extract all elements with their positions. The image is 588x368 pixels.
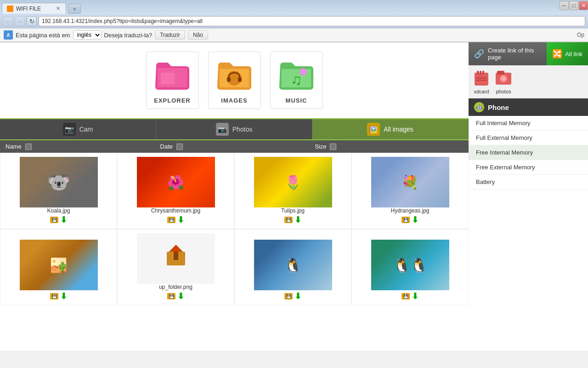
image-item-up-folder[interactable]: up_folder.png 💾 ⬇	[117, 229, 234, 305]
translate-button[interactable]: Traduzir	[155, 30, 185, 40]
page-content: EXPLORER IMAGES	[0, 42, 588, 351]
window-close-button[interactable]: ✕	[579, 1, 588, 10]
image-item-chrysanthemum[interactable]: 🌺 Chrysanthemum.jpg 💾 ⬇	[117, 153, 234, 229]
image-item-penguins2[interactable]: 🐧🐧 💾 ⬇	[351, 229, 469, 305]
tab-title: WIFI FILE	[16, 6, 41, 12]
all-links-icon: 🔀	[552, 49, 562, 59]
save-icon-up-folder[interactable]: 💾	[167, 293, 175, 299]
tab-bar: WIFI FILE ✕ + ─ □ ✕	[0, 0, 588, 14]
sidebar-top-buttons: 🔗 Create link of this page 🔀 All link	[469, 42, 588, 65]
language-select[interactable]: inglês	[73, 30, 102, 40]
download-penguins1[interactable]: ⬇	[294, 291, 301, 301]
translate-language-text: Esta página está em	[16, 32, 70, 39]
svg-rect-9	[477, 71, 479, 75]
phone-info-free-internal[interactable]: Free Internal Memory	[469, 145, 588, 160]
download-up-folder[interactable]: ⬇	[177, 291, 184, 301]
save-icon-chrysanthemum[interactable]: 💾	[167, 217, 175, 223]
create-link-label: Create link of this page	[488, 47, 541, 61]
maximize-button[interactable]: □	[569, 1, 578, 10]
folder-item-music[interactable]: ♫ MUSIC	[270, 52, 323, 109]
filename-up-folder: up_folder.png	[159, 284, 192, 290]
download-desert[interactable]: ⬇	[60, 291, 67, 301]
filename-hydrangeas: Hydrangeas.jpg	[390, 207, 429, 214]
translate-bar: A Esta página está em inglês Deseja trad…	[0, 29, 588, 42]
cam-icon: 📷	[63, 123, 76, 136]
folder-item-images[interactable]: IMAGES	[208, 52, 261, 109]
download-koala[interactable]: ⬇	[60, 215, 67, 225]
back-button[interactable]: ←	[3, 16, 13, 26]
image-item-penguins1[interactable]: 🐧 💾 ⬇	[234, 229, 351, 305]
image-thumb-penguins2: 🐧🐧	[371, 240, 449, 290]
image-item-koala[interactable]: 🐨 Koala.jpg 💾 ⬇	[0, 153, 117, 229]
svg-point-17	[501, 76, 506, 81]
image-actions-desert: 💾 ⬇	[50, 291, 67, 301]
create-link-icon: 🔗	[474, 49, 484, 59]
phone-info-battery[interactable]: Battery	[469, 175, 588, 190]
new-tab-button[interactable]: +	[68, 4, 81, 14]
date-col-label: Date	[160, 143, 173, 150]
phone-info-list: Full Internal Memory Full External Memor…	[469, 116, 588, 190]
minimize-button[interactable]: ─	[560, 1, 569, 10]
main-area: EXPLORER IMAGES	[0, 42, 469, 351]
phone-panel: 🤖 Phone Full Internal Memory Full Extern…	[469, 98, 588, 190]
top-folders: EXPLORER IMAGES	[0, 42, 469, 118]
filename-tulips: Tulips.jpg	[281, 207, 305, 214]
save-icon-penguins2[interactable]: 💾	[401, 293, 410, 299]
create-link-button[interactable]: 🔗 Create link of this page	[469, 42, 547, 65]
all-images-icon: 🖼️	[367, 123, 380, 136]
refresh-button[interactable]: ↻	[27, 16, 37, 26]
filename-koala: Koala.jpg	[47, 207, 70, 214]
image-thumb-desert: 🏜️	[20, 240, 98, 290]
download-hydrangeas[interactable]: ⬇	[412, 215, 418, 225]
phone-header: 🤖 Phone	[469, 98, 588, 116]
image-thumb-chrysanthemum: 🌺	[137, 157, 215, 207]
svg-rect-10	[480, 71, 481, 75]
folder-label-images: IMAGES	[221, 97, 247, 104]
download-chrysanthemum[interactable]: ⬇	[177, 215, 184, 225]
shortcut-photos[interactable]: photos	[494, 69, 513, 94]
save-icon-desert[interactable]: 💾	[50, 293, 58, 299]
image-item-tulips[interactable]: 🌷 Tulips.jpg 💾 ⬇	[234, 153, 351, 229]
download-penguins2[interactable]: ⬇	[412, 291, 418, 301]
image-item-hydrangeas[interactable]: 💐 Hydrangeas.jpg 💾 ⬇	[351, 153, 469, 229]
name-column-header: Name	[0, 140, 155, 153]
forward-button[interactable]: →	[15, 16, 25, 26]
all-links-button[interactable]: 🔀 All link	[547, 42, 588, 65]
tab-favicon	[7, 6, 13, 12]
photos-icon: 📷	[216, 123, 229, 136]
sidebar-shortcuts: sdcard photos	[469, 65, 588, 98]
browser-tab[interactable]: WIFI FILE ✕	[2, 3, 66, 14]
phone-info-free-external[interactable]: Free External Memory	[469, 160, 588, 175]
image-actions-chrysanthemum: 💾 ⬇	[167, 215, 184, 225]
tab-all-images[interactable]: 🖼️ All images	[312, 119, 469, 139]
svg-rect-11	[482, 71, 484, 75]
svg-rect-1	[227, 77, 231, 82]
folder-label-explorer: EXPLORER	[154, 97, 191, 104]
svg-rect-2	[238, 77, 242, 82]
tab-photos-label: Photos	[232, 126, 253, 133]
translate-options[interactable]: Op	[577, 32, 584, 38]
folder-item-explorer[interactable]: EXPLORER	[146, 52, 199, 109]
no-translate-button[interactable]: Não	[188, 30, 208, 40]
shortcut-sdcard[interactable]: sdcard	[472, 69, 491, 94]
save-icon-hydrangeas[interactable]: 💾	[401, 217, 410, 223]
android-icon: 🤖	[474, 102, 484, 112]
download-tulips[interactable]: ⬇	[294, 215, 301, 225]
right-sidebar: 🔗 Create link of this page 🔀 All link	[469, 42, 588, 351]
save-icon-penguins1[interactable]: 💾	[284, 293, 293, 299]
tab-photos[interactable]: 📷 Photos	[156, 119, 312, 139]
tab-close-button[interactable]: ✕	[55, 6, 61, 12]
phone-info-full-external[interactable]: Full External Memory	[469, 131, 588, 145]
save-icon-koala[interactable]: 💾	[50, 217, 58, 223]
size-column-header: Size	[309, 140, 469, 153]
folder-label-music: MUSIC	[286, 97, 307, 104]
url-input[interactable]	[39, 16, 585, 26]
address-bar: ← → ↻	[0, 14, 588, 29]
name-checkbox[interactable]	[25, 144, 32, 150]
image-item-desert[interactable]: 🏜️ 💾 ⬇	[0, 229, 117, 305]
phone-info-full-internal[interactable]: Full Internal Memory	[469, 116, 588, 131]
tab-cam[interactable]: 📷 Cam	[0, 119, 156, 139]
save-icon-tulips[interactable]: 💾	[284, 217, 293, 223]
size-checkbox[interactable]	[330, 144, 336, 150]
date-checkbox[interactable]	[176, 144, 183, 150]
